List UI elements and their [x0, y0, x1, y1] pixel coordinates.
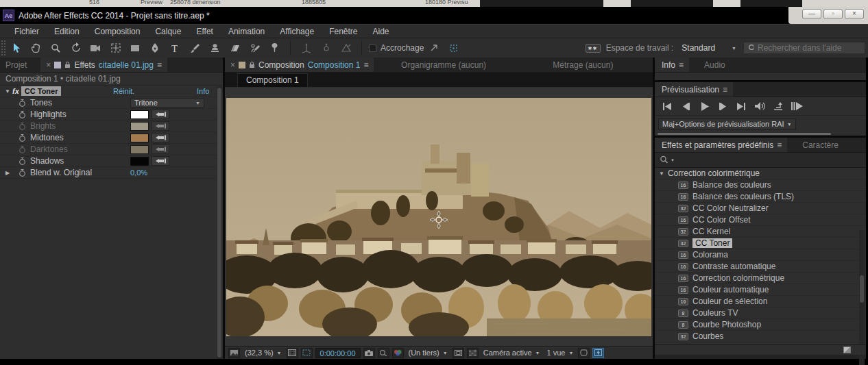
- clone-stamp-tool[interactable]: [205, 40, 225, 56]
- audio-button[interactable]: [753, 101, 767, 112]
- effect-list-item[interactable]: 8Couleurs TV: [655, 307, 866, 319]
- roto-brush-tool[interactable]: [245, 40, 265, 56]
- workspace-icon[interactable]: ✱✱: [586, 44, 601, 53]
- effect-list-item[interactable]: 32Courbes: [655, 331, 866, 342]
- effect-list-item[interactable]: 16Balance des couleurs: [655, 179, 866, 191]
- workspace-dropdown[interactable]: Standard ▼: [682, 43, 736, 53]
- pixel-aspect-icon[interactable]: [578, 348, 590, 358]
- menu-composition[interactable]: Composition: [87, 27, 148, 36]
- tab-flowchart[interactable]: Organigramme (aucun): [374, 58, 513, 72]
- eyedropper-icon[interactable]: [152, 121, 169, 131]
- resolution-dropdown[interactable]: (Un tiers)▼: [407, 349, 450, 357]
- tab-info[interactable]: Info ≡: [655, 58, 689, 72]
- show-snapshot-icon[interactable]: [378, 348, 389, 358]
- eraser-tool[interactable]: [225, 40, 245, 56]
- stopwatch-icon[interactable]: [16, 122, 27, 131]
- eyedropper-icon[interactable]: [152, 144, 169, 154]
- help-search-box[interactable]: [743, 42, 865, 54]
- eyedropper-icon[interactable]: [152, 156, 169, 166]
- stopwatch-icon[interactable]: [16, 99, 27, 108]
- tab-effects-presets[interactable]: Effets et paramètres prédéfinis ≡: [655, 138, 787, 152]
- collapse-icon[interactable]: ▼: [3, 88, 12, 95]
- menu-aide[interactable]: Aide: [365, 27, 396, 36]
- tones-dropdown[interactable]: Tritone▼: [130, 98, 204, 108]
- color-swatch[interactable]: [130, 157, 149, 166]
- stopwatch-icon[interactable]: [16, 145, 27, 154]
- info-link[interactable]: Info: [197, 87, 209, 95]
- region-of-interest-icon[interactable]: [301, 348, 313, 358]
- effect-list-item[interactable]: 16CC Color Offset: [655, 214, 866, 226]
- help-search-input[interactable]: [758, 43, 860, 53]
- panel-menu-icon[interactable]: ≡: [363, 60, 368, 70]
- scrollbar-vertical[interactable]: [217, 86, 222, 359]
- target-region-icon[interactable]: [453, 348, 464, 358]
- close-icon[interactable]: ×: [46, 60, 51, 70]
- search-options-icon[interactable]: ▼: [671, 158, 675, 162]
- first-frame-button[interactable]: [660, 101, 674, 112]
- effect-list-item[interactable]: 16Balance des couleurs (TLS): [655, 191, 866, 203]
- effect-header-row[interactable]: ▼ fx CC Toner Réinit. Info: [0, 86, 223, 97]
- color-swatch[interactable]: [130, 145, 149, 154]
- transparency-grid-icon[interactable]: [467, 348, 479, 358]
- effect-list-item[interactable]: 16Contraste automatique: [655, 261, 866, 273]
- menu-calque[interactable]: Calque: [147, 27, 189, 36]
- tab-preview[interactable]: Prévisualisation ≡: [655, 82, 733, 97]
- color-swatch[interactable]: [130, 110, 149, 119]
- snap-arrow-icon[interactable]: [424, 40, 444, 56]
- expand-icon[interactable]: ▶: [3, 170, 12, 176]
- effect-list-item[interactable]: 16Couleur automatique: [655, 284, 866, 296]
- ram-preview-options-dropdown[interactable]: Maj+Options de prévisualisation RAI ▼: [658, 118, 796, 130]
- effect-list-item[interactable]: 16Correction colorimétrique: [655, 273, 866, 284]
- stopwatch-icon[interactable]: [16, 134, 27, 142]
- tab-composition[interactable]: × Composition Composition 1 ≡: [225, 58, 374, 72]
- tab-footage[interactable]: Métrage (aucun): [514, 58, 653, 72]
- ram-preview-button[interactable]: [790, 101, 804, 112]
- color-swatch[interactable]: [130, 122, 149, 131]
- camera-tool[interactable]: [86, 40, 106, 56]
- panel-menu-icon[interactable]: ≡: [679, 60, 684, 70]
- effect-list-item[interactable]: 8Courbe Photoshop: [655, 319, 866, 331]
- property-value[interactable]: 0,0%: [130, 168, 147, 177]
- minimize-button[interactable]: —: [802, 9, 821, 19]
- effect-list-item[interactable]: 32CC Kernel: [655, 226, 866, 238]
- zoom-tool[interactable]: [46, 40, 66, 56]
- axis-world-icon[interactable]: [316, 40, 336, 56]
- menu-fichier[interactable]: Fichier: [7, 27, 47, 36]
- snap-checkbox[interactable]: [369, 45, 376, 52]
- menu-edition[interactable]: Edition: [47, 27, 87, 36]
- effect-name[interactable]: CC Toner: [21, 86, 62, 96]
- stopwatch-icon[interactable]: [16, 110, 27, 119]
- panel-menu-icon[interactable]: ≡: [777, 140, 782, 150]
- panel-menu-icon[interactable]: ≡: [157, 60, 162, 70]
- puppet-pin-tool[interactable]: [265, 40, 285, 56]
- resize-grip-icon[interactable]: [843, 347, 851, 353]
- camera-dropdown[interactable]: Caméra active▼: [481, 349, 542, 357]
- hand-tool[interactable]: [26, 40, 46, 56]
- close-icon[interactable]: ×: [230, 60, 235, 70]
- close-button[interactable]: ×: [845, 9, 864, 19]
- rotation-tool[interactable]: [66, 40, 86, 56]
- effect-list-item[interactable]: 16Colorama: [655, 249, 866, 261]
- reset-link[interactable]: Réinit.: [113, 87, 134, 95]
- axis-view-icon[interactable]: [336, 40, 356, 56]
- composition-viewer[interactable]: [225, 88, 653, 346]
- snap-target-icon[interactable]: [444, 40, 463, 56]
- pen-tool[interactable]: [145, 40, 165, 56]
- restore-button[interactable]: ▫: [823, 9, 843, 19]
- tab-audio[interactable]: Audio: [699, 58, 731, 72]
- loop-button[interactable]: [771, 101, 785, 112]
- scrollbar-horizontal[interactable]: [655, 132, 866, 136]
- fast-preview-icon[interactable]: [592, 348, 604, 358]
- toolbar-grip[interactable]: [1, 40, 6, 56]
- next-frame-button[interactable]: [716, 101, 730, 112]
- pan-behind-tool[interactable]: [106, 40, 125, 56]
- menu-animation[interactable]: Animation: [221, 27, 272, 36]
- tab-project[interactable]: Projet: [0, 58, 32, 72]
- menu-affichage[interactable]: Affichage: [272, 27, 322, 36]
- shape-tool[interactable]: [125, 40, 145, 56]
- previous-frame-button[interactable]: [679, 101, 692, 112]
- effects-category[interactable]: ▼ Correction colorimétrique: [655, 168, 866, 179]
- play-button[interactable]: [697, 101, 711, 112]
- snapshot-camera-icon[interactable]: [363, 348, 375, 358]
- axis-local-icon[interactable]: [296, 40, 316, 56]
